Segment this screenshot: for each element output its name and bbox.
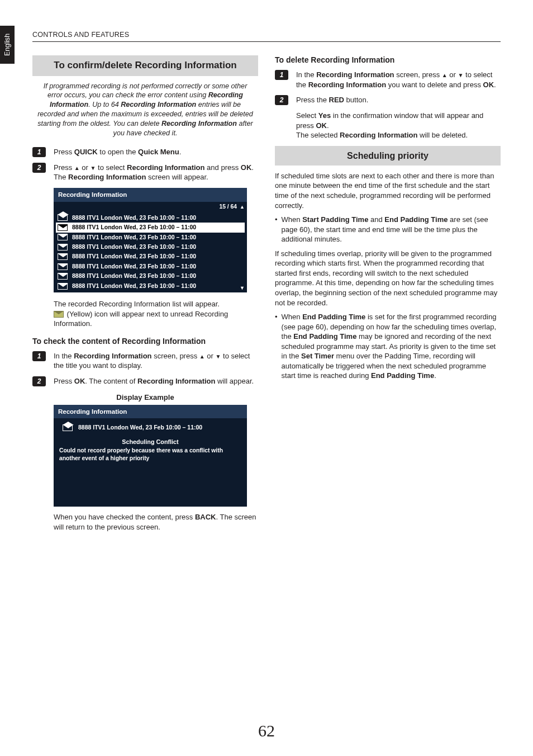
priority-bullet-2: • When End Padding Time is set for the f… bbox=[275, 312, 501, 381]
step-number-icon: 1 bbox=[275, 70, 288, 80]
right-column: To delete Recording Information 1 In the… bbox=[275, 52, 501, 537]
check-step-1: 1 In the Recording Information screen, p… bbox=[32, 351, 258, 371]
delete-step-1: 1 In the Recording Information screen, p… bbox=[275, 70, 501, 89]
recording-info-list-screenshot: Recording Information 15 / 64 ▲ ▼ 8888 I… bbox=[54, 188, 247, 292]
section-header: CONTROLS AND FEATURES bbox=[32, 30, 501, 39]
step-number-icon: 2 bbox=[32, 163, 46, 173]
envelope-icon bbox=[58, 273, 68, 280]
recording-info-row: 8888 ITV1 London Wed, 23 Feb 10:00 – 11:… bbox=[56, 271, 245, 281]
delete-after-text: Select Yes in the confirmation window th… bbox=[296, 111, 501, 140]
scroll-down-arrow-icon: ▼ bbox=[240, 285, 245, 292]
left-column: To confirm/delete Recording Information … bbox=[32, 52, 258, 537]
recording-info-row-text: 8888 ITV1 London Wed, 23 Feb 10:00 – 11:… bbox=[72, 224, 196, 231]
subheading-check-content: To check the content of Recording Inform… bbox=[32, 337, 258, 347]
recording-info-row-text: 8888 ITV1 London Wed, 23 Feb 10:00 – 11:… bbox=[72, 243, 196, 251]
scroll-up-arrow-icon: ▲ bbox=[240, 204, 245, 211]
step-number-icon: 2 bbox=[275, 95, 288, 105]
check-step-2: 2 Press OK. The content of Recording Inf… bbox=[32, 376, 258, 386]
section-title-scheduling-priority: Scheduling priority bbox=[275, 146, 501, 166]
envelope-yellow-icon bbox=[54, 311, 64, 318]
recording-info-row-text: 8888 ITV1 London Wed, 23 Feb 10:00 – 11:… bbox=[72, 234, 196, 241]
step-number-icon: 1 bbox=[32, 351, 46, 361]
step-number-icon: 1 bbox=[32, 147, 46, 157]
recording-info-detail-screenshot: Recording Information 8888 ITV1 London W… bbox=[54, 405, 247, 507]
step-2: 2 Press or to select Recording Informati… bbox=[32, 163, 258, 182]
page-number: 62 bbox=[0, 720, 533, 741]
up-arrow-icon bbox=[199, 352, 205, 360]
delete-step-2: 2 Press the RED button. bbox=[275, 95, 501, 105]
envelope-icon bbox=[58, 263, 68, 270]
after-list-text: The recorded Recording Information list … bbox=[54, 299, 258, 329]
display-example-label: Display Example bbox=[32, 393, 258, 403]
bullet-icon: • bbox=[275, 215, 278, 244]
screen-counter: 15 / 64 bbox=[54, 202, 247, 211]
down-arrow-icon bbox=[91, 163, 96, 172]
recording-info-row: 8888 ITV1 London Wed, 23 Feb 10:00 – 11:… bbox=[56, 252, 245, 261]
bullet-icon: • bbox=[275, 312, 278, 381]
language-tab: English bbox=[0, 26, 15, 64]
up-arrow-icon bbox=[74, 163, 80, 172]
down-arrow-icon bbox=[458, 70, 464, 79]
recording-info-row: 8888 ITV1 London Wed, 23 Feb 10:00 – 11:… bbox=[56, 223, 245, 232]
recording-info-row-text: 8888 ITV1 London Wed, 23 Feb 10:00 – 11:… bbox=[72, 263, 196, 270]
after-detail-text: When you have checked the content, press… bbox=[54, 512, 258, 532]
header-rule bbox=[32, 41, 501, 42]
step-number-icon: 2 bbox=[32, 376, 46, 386]
recording-info-row: 8888 ITV1 London Wed, 23 Feb 10:00 – 11:… bbox=[56, 262, 245, 271]
recording-info-row-text: 8888 ITV1 London Wed, 23 Feb 10:00 – 11:… bbox=[72, 253, 196, 260]
screen-title: Recording Information bbox=[54, 405, 247, 419]
recording-info-row-text: 8888 ITV1 London Wed, 23 Feb 10:00 – 11:… bbox=[72, 282, 196, 290]
recording-info-row-text: 8888 ITV1 London Wed, 23 Feb 10:00 – 11:… bbox=[72, 214, 196, 221]
recording-info-row: 8888 ITV1 London Wed, 23 Feb 10:00 – 11:… bbox=[56, 213, 245, 223]
envelope-icon bbox=[58, 253, 68, 260]
section-title-confirm-delete: To confirm/delete Recording Information bbox=[32, 55, 258, 75]
envelope-open-icon bbox=[58, 214, 68, 221]
down-arrow-icon bbox=[216, 352, 221, 360]
step-1: 1 Press QUICK to open the Quick Menu. bbox=[32, 147, 258, 157]
screen-title: Recording Information bbox=[54, 188, 247, 202]
envelope-icon bbox=[58, 224, 68, 231]
recording-info-row-text: 8888 ITV1 London Wed, 23 Feb 10:00 – 11:… bbox=[72, 272, 196, 280]
up-arrow-icon bbox=[442, 70, 448, 79]
envelope-icon bbox=[58, 244, 68, 251]
subheading-delete: To delete Recording Information bbox=[275, 55, 501, 65]
intro-text: If programmed recording is not performed… bbox=[32, 82, 258, 144]
recording-info-row: 8888 ITV1 London Wed, 23 Feb 10:00 – 11:… bbox=[56, 233, 245, 242]
envelope-open-icon bbox=[63, 424, 73, 431]
envelope-icon bbox=[58, 283, 68, 290]
recording-info-row: 8888 ITV1 London Wed, 23 Feb 10:00 – 11:… bbox=[56, 281, 245, 291]
envelope-icon bbox=[58, 234, 68, 240]
recording-info-row: 8888 ITV1 London Wed, 23 Feb 10:00 – 11:… bbox=[56, 242, 245, 252]
priority-bullet-1: • When Start Padding Time and End Paddin… bbox=[275, 215, 501, 244]
priority-para-1: If scheduled time slots are next to each… bbox=[275, 171, 501, 210]
priority-para-2: If scheduling times overlap, priority wi… bbox=[275, 249, 501, 308]
